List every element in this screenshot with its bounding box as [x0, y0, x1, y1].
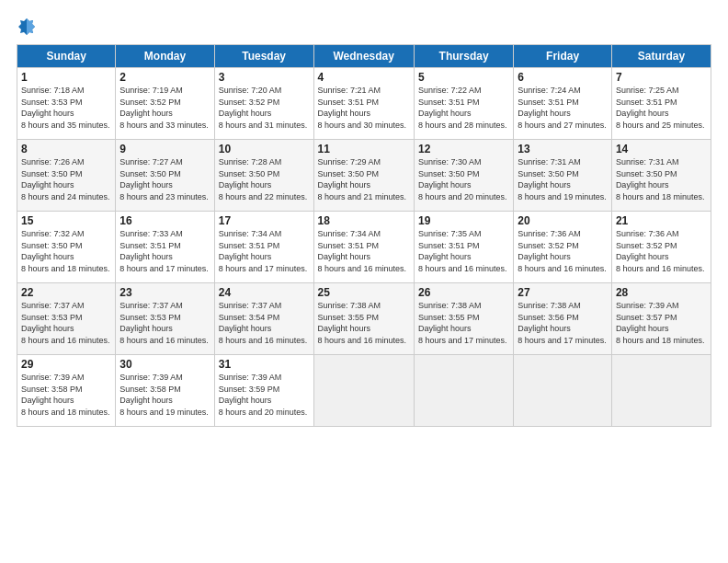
calendar-cell: 15 Sunrise: 7:32 AMSunset: 3:50 PMDaylig…	[17, 212, 116, 283]
calendar-cell: 3 Sunrise: 7:20 AMSunset: 3:52 PMDayligh…	[214, 68, 313, 140]
calendar-cell: 31 Sunrise: 7:39 AMSunset: 3:59 PMDaylig…	[214, 355, 313, 427]
day-number: 4	[318, 71, 410, 84]
day-number: 24	[219, 286, 310, 299]
weekday-header: Sunday	[17, 45, 116, 68]
day-info: Sunrise: 7:31 AMSunset: 3:50 PMDaylight …	[518, 157, 607, 201]
day-info: Sunrise: 7:22 AMSunset: 3:51 PMDaylight …	[418, 86, 507, 130]
calendar-cell: 7 Sunrise: 7:25 AMSunset: 3:51 PMDayligh…	[611, 68, 711, 140]
day-number: 6	[518, 71, 608, 84]
day-number: 30	[119, 358, 210, 371]
weekday-header: Tuesday	[214, 45, 313, 68]
day-number: 19	[418, 214, 509, 227]
logo-icon	[17, 17, 37, 37]
calendar-cell	[313, 355, 414, 427]
calendar-cell: 11 Sunrise: 7:29 AMSunset: 3:50 PMDaylig…	[313, 140, 414, 212]
day-number: 8	[21, 143, 111, 155]
day-info: Sunrise: 7:26 AMSunset: 3:50 PMDaylight …	[21, 157, 110, 201]
calendar-cell	[514, 355, 612, 427]
calendar-cell: 28 Sunrise: 7:39 AMSunset: 3:57 PMDaylig…	[611, 283, 711, 355]
calendar-body: 1 Sunrise: 7:18 AMSunset: 3:53 PMDayligh…	[17, 68, 711, 427]
day-info: Sunrise: 7:37 AMSunset: 3:53 PMDaylight …	[119, 301, 209, 345]
day-number: 17	[219, 214, 310, 227]
calendar-cell	[611, 355, 711, 427]
day-number: 25	[318, 286, 410, 299]
calendar-header: SundayMondayTuesdayWednesdayThursdayFrid…	[17, 45, 711, 68]
calendar-cell: 20 Sunrise: 7:36 AMSunset: 3:52 PMDaylig…	[514, 212, 612, 283]
calendar: SundayMondayTuesdayWednesdayThursdayFrid…	[17, 44, 711, 427]
calendar-week: 1 Sunrise: 7:18 AMSunset: 3:53 PMDayligh…	[17, 68, 711, 140]
day-number: 12	[418, 143, 509, 155]
day-info: Sunrise: 7:38 AMSunset: 3:56 PMDaylight …	[518, 301, 607, 345]
day-info: Sunrise: 7:37 AMSunset: 3:54 PMDaylight …	[219, 301, 308, 345]
day-number: 18	[318, 214, 410, 227]
day-number: 22	[21, 286, 111, 299]
day-info: Sunrise: 7:27 AMSunset: 3:50 PMDaylight …	[119, 157, 209, 201]
day-number: 15	[21, 214, 111, 227]
day-info: Sunrise: 7:30 AMSunset: 3:50 PMDaylight …	[418, 157, 507, 201]
day-info: Sunrise: 7:20 AMSunset: 3:52 PMDaylight …	[219, 86, 308, 130]
day-number: 2	[119, 71, 210, 84]
day-info: Sunrise: 7:37 AMSunset: 3:53 PMDaylight …	[21, 301, 110, 345]
day-number: 10	[219, 143, 310, 155]
calendar-cell: 8 Sunrise: 7:26 AMSunset: 3:50 PMDayligh…	[17, 140, 116, 212]
day-number: 13	[518, 143, 608, 155]
day-number: 14	[616, 143, 707, 155]
calendar-cell: 30 Sunrise: 7:39 AMSunset: 3:58 PMDaylig…	[116, 355, 214, 427]
calendar-cell: 2 Sunrise: 7:19 AMSunset: 3:52 PMDayligh…	[116, 68, 214, 140]
day-number: 1	[21, 71, 111, 84]
day-number: 21	[616, 214, 707, 227]
weekday-header: Thursday	[414, 45, 513, 68]
day-info: Sunrise: 7:33 AMSunset: 3:51 PMDaylight …	[119, 229, 209, 273]
day-info: Sunrise: 7:36 AMSunset: 3:52 PMDaylight …	[616, 229, 705, 273]
calendar-cell: 12 Sunrise: 7:30 AMSunset: 3:50 PMDaylig…	[414, 140, 513, 212]
calendar-cell: 14 Sunrise: 7:31 AMSunset: 3:50 PMDaylig…	[611, 140, 711, 212]
calendar-cell: 24 Sunrise: 7:37 AMSunset: 3:54 PMDaylig…	[214, 283, 313, 355]
day-number: 28	[616, 286, 707, 299]
day-number: 23	[119, 286, 210, 299]
day-number: 20	[518, 214, 608, 227]
day-info: Sunrise: 7:38 AMSunset: 3:55 PMDaylight …	[418, 301, 507, 345]
weekday-header: Friday	[514, 45, 612, 68]
calendar-week: 8 Sunrise: 7:26 AMSunset: 3:50 PMDayligh…	[17, 140, 711, 212]
calendar-cell: 25 Sunrise: 7:38 AMSunset: 3:55 PMDaylig…	[313, 283, 414, 355]
calendar-cell: 1 Sunrise: 7:18 AMSunset: 3:53 PMDayligh…	[17, 68, 116, 140]
calendar-cell: 16 Sunrise: 7:33 AMSunset: 3:51 PMDaylig…	[116, 212, 214, 283]
day-number: 31	[219, 358, 310, 371]
day-info: Sunrise: 7:21 AMSunset: 3:51 PMDaylight …	[318, 86, 407, 130]
calendar-cell: 29 Sunrise: 7:39 AMSunset: 3:58 PMDaylig…	[17, 355, 116, 427]
day-info: Sunrise: 7:39 AMSunset: 3:58 PMDaylight …	[119, 373, 209, 417]
day-info: Sunrise: 7:39 AMSunset: 3:57 PMDaylight …	[616, 301, 705, 345]
calendar-cell: 22 Sunrise: 7:37 AMSunset: 3:53 PMDaylig…	[17, 283, 116, 355]
day-number: 26	[418, 286, 509, 299]
day-info: Sunrise: 7:39 AMSunset: 3:58 PMDaylight …	[21, 373, 110, 417]
day-info: Sunrise: 7:18 AMSunset: 3:53 PMDaylight …	[21, 86, 110, 130]
day-info: Sunrise: 7:19 AMSunset: 3:52 PMDaylight …	[119, 86, 209, 130]
day-info: Sunrise: 7:34 AMSunset: 3:51 PMDaylight …	[318, 229, 407, 273]
calendar-cell: 23 Sunrise: 7:37 AMSunset: 3:53 PMDaylig…	[116, 283, 214, 355]
calendar-cell: 19 Sunrise: 7:35 AMSunset: 3:51 PMDaylig…	[414, 212, 513, 283]
weekday-header: Wednesday	[313, 45, 414, 68]
day-info: Sunrise: 7:29 AMSunset: 3:50 PMDaylight …	[318, 157, 407, 201]
calendar-cell: 9 Sunrise: 7:27 AMSunset: 3:50 PMDayligh…	[116, 140, 214, 212]
day-number: 7	[616, 71, 707, 84]
logo	[17, 17, 40, 37]
calendar-week: 15 Sunrise: 7:32 AMSunset: 3:50 PMDaylig…	[17, 212, 711, 283]
calendar-cell: 10 Sunrise: 7:28 AMSunset: 3:50 PMDaylig…	[214, 140, 313, 212]
day-info: Sunrise: 7:32 AMSunset: 3:50 PMDaylight …	[21, 229, 110, 273]
header	[17, 17, 711, 37]
day-info: Sunrise: 7:39 AMSunset: 3:59 PMDaylight …	[219, 373, 308, 417]
calendar-week: 22 Sunrise: 7:37 AMSunset: 3:53 PMDaylig…	[17, 283, 711, 355]
day-info: Sunrise: 7:35 AMSunset: 3:51 PMDaylight …	[418, 229, 507, 273]
calendar-cell: 17 Sunrise: 7:34 AMSunset: 3:51 PMDaylig…	[214, 212, 313, 283]
calendar-cell: 27 Sunrise: 7:38 AMSunset: 3:56 PMDaylig…	[514, 283, 612, 355]
day-info: Sunrise: 7:38 AMSunset: 3:55 PMDaylight …	[318, 301, 407, 345]
day-info: Sunrise: 7:34 AMSunset: 3:51 PMDaylight …	[219, 229, 308, 273]
weekday-header: Saturday	[611, 45, 711, 68]
day-number: 16	[119, 214, 210, 227]
weekday-header: Monday	[116, 45, 214, 68]
day-info: Sunrise: 7:36 AMSunset: 3:52 PMDaylight …	[518, 229, 607, 273]
day-number: 9	[119, 143, 210, 155]
day-number: 5	[418, 71, 509, 84]
calendar-cell: 13 Sunrise: 7:31 AMSunset: 3:50 PMDaylig…	[514, 140, 612, 212]
day-info: Sunrise: 7:25 AMSunset: 3:51 PMDaylight …	[616, 86, 705, 130]
